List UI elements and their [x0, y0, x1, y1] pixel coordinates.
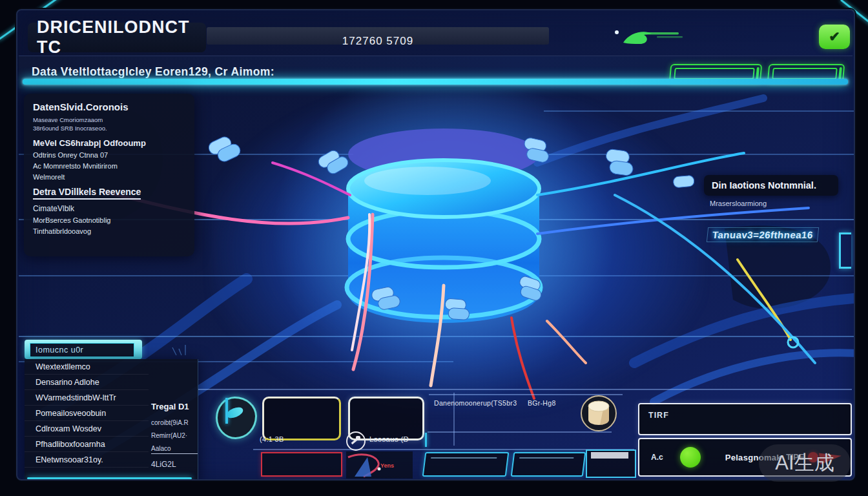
left-panel-row: Odtrins Onrey Ctnna 07 — [33, 151, 187, 159]
menu-item[interactable]: Densarino Adlohe — [25, 375, 149, 390]
gray-fill-bar — [591, 452, 628, 459]
side-list-row: Remirr(AU2· — [151, 432, 198, 439]
divider-line — [253, 449, 634, 450]
battery-cap — [838, 67, 842, 80]
ai-watermark: AI生成 — [759, 444, 851, 482]
cyan-button-3[interactable] — [586, 450, 636, 478]
info-line-text: Danenomoonerup(TS5br3 — [434, 399, 517, 407]
cyan-button-1[interactable] — [422, 452, 510, 477]
info-code-text: BGr-Hg8 — [528, 399, 556, 407]
menu-item[interactable]: Pfhadliboxfooarnha — [25, 437, 149, 452]
battery-fill — [772, 68, 838, 79]
side-list-row: Aalaco — [151, 445, 198, 454]
menu-header-bar: Iomucnc u0r — [25, 340, 142, 359]
left-panel-row: CimateVlblk — [33, 204, 187, 213]
main-frame: DRICENILODNCT TC 172760 5709 ✔ Data Vtel… — [16, 9, 855, 480]
app-title: DRICENILODNCT TC — [37, 17, 206, 57]
menu-header-label: Iomucnc u0r — [30, 343, 134, 357]
battery-fill — [674, 68, 755, 79]
side-list-row: coroibt(9iA.R — [151, 419, 198, 426]
type-input[interactable]: TIRF — [638, 403, 852, 435]
cream-database-icon — [581, 393, 617, 434]
side-list: Tregal D1 coroibt(9iA.R Remirr(AU2· Aala… — [151, 402, 198, 475]
left-panel-heading: DatenSlvid.Coronois — [33, 101, 187, 112]
ac-label: A.c — [651, 453, 663, 462]
menu-panel: Wtextextllemco Densarino Adlohe WVarmeds… — [25, 359, 198, 480]
menu-item[interactable]: WVarmedstindbW-lttTr — [25, 390, 149, 406]
left-panel-heading-2: Detra VDillkels Reevence — [33, 187, 141, 200]
hammer-icon-head — [356, 436, 360, 440]
slot-card-1[interactable] — [262, 397, 341, 440]
swoosh-logo-icon — [612, 25, 689, 53]
top-progress-strip: 172760 5709 — [207, 27, 549, 45]
cyan-divider — [23, 79, 848, 85]
slot2-label: Lsosaus (D — [369, 435, 409, 443]
mini-red-label: Yens — [380, 462, 394, 469]
tick-mark — [425, 433, 427, 447]
left-panel-subline: 38r6ound SRB Inocraseoo. — [33, 124, 187, 132]
type-input-value: TIRF — [639, 404, 851, 420]
side-list-title: Tregal D1 — [151, 402, 198, 411]
menu-item[interactable]: Cdlroxam Wosdev — [25, 421, 149, 437]
left-panel-row: Ac Momnretsto Mvnitirirom — [33, 162, 187, 170]
left-panel-row: Welmorelt — [33, 173, 187, 181]
edge-bracket-decor — [839, 232, 851, 269]
gem-button[interactable] — [216, 397, 257, 439]
app-title-box: DRICENILODNCT TC — [28, 23, 206, 52]
cyan-button-2[interactable] — [511, 452, 586, 477]
side-list-row: 4LiG2L — [151, 460, 198, 469]
check-icon: ✔ — [829, 29, 840, 45]
inner-line — [519, 457, 574, 459]
status-green-dot — [680, 447, 701, 468]
menu-item[interactable]: ENetwnsooar31oy. — [25, 452, 149, 468]
divider-line — [198, 389, 852, 390]
left-info-panel: DatenSlvid.Coronois Maseave Cmoriomzaaom… — [24, 94, 194, 256]
center-glow — [211, 88, 702, 411]
left-panel-subline: Maseave Cmoriomzaaom — [33, 116, 187, 124]
counter-value: 172760 5709 — [342, 35, 413, 48]
left-panel-row: MeVel CS6hrabp| Odfooump — [33, 138, 187, 148]
menu-glow-underline — [27, 477, 192, 479]
watermark-text: AI生成 — [775, 450, 834, 477]
tick-mark — [225, 398, 228, 424]
right-info-heading-chip: Din Iaotions Notnmnial. — [704, 175, 838, 196]
red-outline-button[interactable] — [261, 452, 342, 477]
menu-item[interactable]: Wtextextllemco — [25, 359, 149, 375]
confirm-button[interactable]: ✔ — [819, 25, 850, 49]
hammer-tool-button[interactable] — [346, 431, 366, 451]
slot1-label: (4:1 3B — [260, 435, 284, 443]
dashboard-screen: DRICENILODNCT TC 172760 5709 ✔ Data Vtel… — [0, 0, 868, 496]
left-panel-row: Tinthatibrldooavog — [33, 227, 187, 235]
header-text: Data Vteltlottacglcley Eoren129, Cr Aimo… — [32, 65, 274, 79]
right-info-heading: Din Iaotions Notnmnial. — [712, 180, 816, 191]
menu-item[interactable]: Pomeailosveoobuin — [25, 406, 149, 421]
right-info-glow-text: Tanuav3=26fthnea16 — [707, 227, 819, 242]
left-panel-row: MorBserces Gaotnotiblig — [33, 216, 187, 224]
right-info-subtext: Mrasersloarmiong — [710, 200, 767, 207]
battery-cap — [756, 67, 760, 80]
inner-line — [431, 457, 497, 459]
mixed-decor-box — [346, 451, 413, 479]
